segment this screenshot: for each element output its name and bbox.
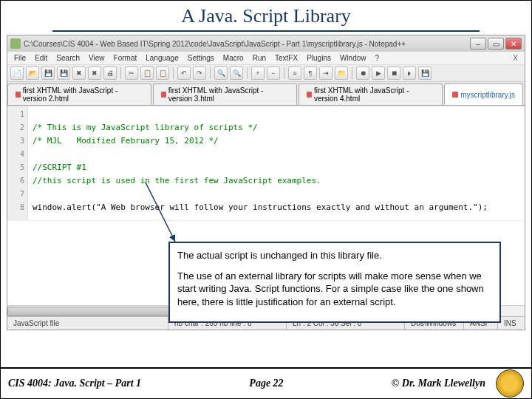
playback-icon[interactable]: ⏵ [403,66,416,80]
code-line: window.alert("A Web browser will follow … [33,202,488,212]
minimize-button[interactable]: – [470,38,486,50]
footer-course: CIS 4004: Java. Script – Part 1 [8,378,141,389]
stop-icon[interactable]: ⏹ [387,66,400,80]
separator [120,67,121,79]
menu-textfx[interactable]: TextFX [271,52,301,64]
tab-file-2[interactable]: first XHTML with JavaScript - version 3.… [153,83,297,105]
copy-icon[interactable]: 📋 [140,66,154,80]
redo-icon[interactable]: ↷ [193,66,206,80]
line-num: 5 [9,161,24,174]
separator [247,67,248,79]
menu-format[interactable]: Format [110,52,141,64]
menubar: File Edit Search View Format Language Se… [7,52,525,65]
code-line: /* This is my JavaScript library of scri… [33,123,258,132]
separator [352,67,352,79]
maximize-button[interactable]: ▭ [488,38,504,50]
record-icon[interactable]: ⏺ [356,66,369,80]
line-num: 2 [9,121,24,134]
menu-edit[interactable]: Edit [31,52,51,64]
paste-icon[interactable]: 📋 [156,66,169,80]
code-line: //SCRIPT #1 [33,163,86,172]
menu-settings[interactable]: Settings [184,52,218,64]
slide-footer: CIS 4004: Java. Script – Part 1 Page 22 … [1,367,531,398]
tab-label: first XHTML with JavaScript - version 2.… [23,86,143,103]
line-num: 4 [9,148,24,161]
menu-language[interactable]: Language [142,52,183,64]
editor-area[interactable]: 1 2 3 4 5 6 7 8 /* This is my JavaScript… [7,106,525,220]
status-ins: INS [498,317,525,330]
tab-label: first XHTML with JavaScript - version 4.… [314,86,434,103]
tab-file-3[interactable]: first XHTML with JavaScript - version 4.… [299,83,443,105]
separator [173,67,174,79]
open-file-icon[interactable]: 📂 [26,66,39,80]
page-title: A Java. Script Library [1,5,531,27]
line-num: 8 [9,201,24,214]
folder-icon[interactable]: 📁 [335,66,348,80]
file-icon [307,92,312,98]
close-button[interactable]: ✕ [505,38,522,50]
file-icon [16,92,21,98]
callout-p2: The use of an external library for scrip… [177,270,492,309]
callout-arrow [140,177,184,250]
close-file-icon[interactable]: ✖ [72,66,86,80]
callout-p1: The actual script is unchanged in this l… [177,249,492,262]
footer-page: Page 22 [141,378,392,389]
zoom-out-icon[interactable]: − [267,66,280,80]
separator [284,67,284,79]
save-all-icon[interactable]: 💾 [57,66,70,80]
line-num: 1 [9,108,24,121]
save-macro-icon[interactable]: 💾 [418,66,432,80]
wrap-icon[interactable]: ≡ [288,66,301,80]
close-all-icon[interactable]: ✖ [88,66,101,80]
undo-icon[interactable]: ↶ [177,66,191,80]
find-icon[interactable]: 🔍 [214,66,228,80]
window-title: C:\Courses\CIS 4004 - Web Based IT\Sprin… [24,40,470,48]
tab-file-active[interactable]: myscriptlibrary.js [444,83,523,105]
tab-file-1[interactable]: first XHTML with JavaScript - version 2.… [7,83,151,105]
show-chars-icon[interactable]: ¶ [304,66,317,80]
line-num: 6 [9,174,24,188]
toolbar: 📄 📂 💾 💾 ✖ ✖ 🖨 ✂ 📋 📋 ↶ ↷ 🔍 🔍 + − ≡ ¶ ⇥ 📁 [7,65,525,82]
zoom-in-icon[interactable]: + [251,66,265,80]
tab-label: first XHTML with JavaScript - version 3.… [168,86,289,103]
status-filetype: JavaScript file [7,317,168,330]
line-gutter: 1 2 3 4 5 6 7 8 [7,106,28,220]
new-file-icon[interactable]: 📄 [10,66,24,80]
cut-icon[interactable]: ✂ [125,66,138,80]
callout-box: The actual script is unchanged in this l… [168,242,501,323]
app-icon [10,38,21,49]
tabbar: first XHTML with JavaScript - version 2.… [7,82,525,106]
replace-icon[interactable]: 🔍 [230,66,243,80]
menu-plugins[interactable]: Plugins [303,52,335,64]
menu-search[interactable]: Search [52,52,83,64]
line-num: 3 [9,134,24,148]
code-line: /* MJL Modified February 15, 2012 */ [33,136,219,146]
save-icon[interactable]: 💾 [41,66,55,80]
print-icon[interactable]: 🖨 [103,66,117,80]
menu-run[interactable]: Run [249,52,270,64]
svg-line-0 [146,183,175,242]
title-underline [52,30,480,32]
file-icon [452,92,458,98]
menu-view[interactable]: View [85,52,109,64]
tab-label: myscriptlibrary.js [460,91,515,99]
menu-extra[interactable]: X [509,52,522,64]
titlebar: C:\Courses\CIS 4004 - Web Based IT\Sprin… [7,35,525,52]
indent-icon[interactable]: ⇥ [319,66,332,80]
file-icon [161,92,166,98]
play-icon[interactable]: ▶ [372,66,385,80]
menu-help[interactable]: ? [372,52,383,64]
ucf-logo-icon [496,369,524,398]
separator [210,67,211,79]
menu-window[interactable]: Window [336,52,370,64]
menu-macro[interactable]: Macro [219,52,248,64]
code-content[interactable]: /* This is my JavaScript library of scri… [28,106,525,220]
menu-file[interactable]: File [10,52,30,64]
footer-author: © Dr. Mark Llewellyn [392,378,485,389]
line-num: 7 [9,188,24,201]
